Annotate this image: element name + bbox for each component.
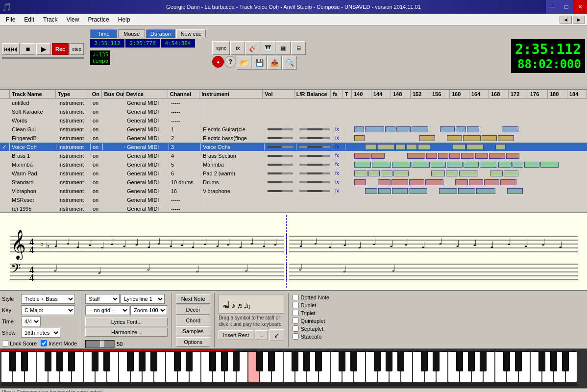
black-key[interactable] [268,351,275,371]
export-button[interactable]: 📤 [267,56,282,70]
black-key[interactable] [127,351,134,371]
black-key[interactable] [480,351,487,371]
piano-roll-button[interactable]: ▦ [276,41,291,55]
black-key[interactable] [21,351,28,371]
black-key[interactable] [550,351,557,371]
note-sixteenth-symbol[interactable]: ♬ [237,301,243,310]
step-button[interactable]: step [70,43,84,55]
staccato-label[interactable]: Staccato [293,333,329,340]
grid-select[interactable]: -- no grid -- 1 bar 1/2 bar [85,305,129,315]
black-key[interactable] [256,351,263,371]
black-key[interactable] [374,351,381,371]
lock-score-label[interactable]: Lock Score [2,340,37,346]
black-key[interactable] [503,351,510,371]
record-button[interactable]: Rec [52,43,69,55]
midi-button[interactable]: 🎹 [261,41,275,55]
septuplet-checkbox[interactable] [293,325,299,332]
black-key[interactable] [421,351,428,371]
triplet-label[interactable]: Triplet [293,310,329,316]
new-cue-button[interactable]: New cue [176,29,206,38]
track-row[interactable]: untitled Instrument on General MIDI ----… [0,98,587,107]
next-note-button[interactable]: Next Note [176,294,210,304]
sync-button[interactable]: sync [212,41,230,55]
triplet-checkbox[interactable] [293,310,299,316]
lyrics-select[interactable]: Lyrics line 1 Lyrics line 2 [121,294,165,304]
track-row[interactable]: MSReset Instrument on General MIDI ----- [0,196,587,204]
duplet-checkbox[interactable] [293,302,299,308]
black-key[interactable] [292,351,298,371]
staccato-checkbox[interactable] [293,333,299,340]
fx-button[interactable]: fx [230,41,245,55]
black-key[interactable] [562,351,569,371]
track-row[interactable]: Vibraphon Instrument on General MIDI 16 … [0,187,587,196]
close-button[interactable]: ✕ [573,0,587,14]
instrument-button[interactable]: 🎸 [245,41,260,55]
search-button[interactable]: 🔍 [282,56,297,70]
volume-slider[interactable] [85,340,115,348]
note-quarter-symbol[interactable]: ♩ [226,299,230,310]
key-select[interactable]: C Major G Major F Major [21,305,75,315]
quintuplet-checkbox[interactable] [293,318,299,324]
black-key[interactable] [150,351,157,371]
track-row[interactable]: Brass 1 Instrument on General MIDI 4 Bra… [0,151,587,160]
track-row[interactable]: (c) 1995 Instrument on General MIDI ----… [0,204,587,213]
duration-tab[interactable]: Duration [146,29,175,38]
black-key[interactable] [397,351,404,371]
black-key[interactable] [68,351,75,371]
black-key[interactable] [221,351,228,371]
minimize-button[interactable]: — [546,0,560,14]
insert-mode-checkbox[interactable] [41,340,47,346]
arrow-button[interactable]: ↙ [269,329,284,341]
black-key[interactable] [515,351,522,371]
track-row[interactable]: Standard Instrument on General MIDI 10 d… [0,178,587,187]
lock-score-checkbox[interactable] [2,340,8,346]
black-key[interactable] [456,351,463,371]
decor-button[interactable]: Decor [176,305,210,315]
dotted-note-label[interactable]: Dotted Note [293,294,329,300]
black-key[interactable] [350,351,357,371]
play-button[interactable]: ▶ [36,43,51,55]
black-key[interactable] [186,351,193,371]
septuplet-label[interactable]: Septuplet [293,325,329,332]
nav-right-arrow[interactable]: ► [573,16,585,24]
staff-select[interactable]: Staff [85,294,120,304]
options-button[interactable]: Options [176,337,210,347]
duplet-label[interactable]: Duplet [293,302,329,308]
save-button[interactable]: 💾 [252,56,267,70]
time-tab[interactable]: Time [90,29,117,38]
rewind-button[interactable]: ⏮⏮ [2,43,20,55]
insert-rest-button[interactable]: Insert Rest [219,330,253,340]
menu-help[interactable]: Help [114,15,134,24]
menu-view[interactable]: View [63,15,83,24]
black-key[interactable] [103,351,110,371]
black-key[interactable] [209,351,216,371]
track-row[interactable]: Marimba Instrument on General MIDI 5 Mar… [0,160,587,169]
black-key[interactable] [468,351,475,371]
black-key[interactable] [315,351,322,371]
menu-track[interactable]: Track [39,15,62,24]
show-select[interactable]: 16th notes 8th notes quarter notes [21,328,60,338]
time-select[interactable]: 4/4 3/4 6/8 [21,317,41,326]
black-key[interactable] [303,351,310,371]
stop-button[interactable]: ■ [21,43,35,55]
black-key[interactable] [174,351,181,371]
track-row[interactable]: ✓ Voice Ooh Instrument on General MIDI 3… [0,143,587,151]
menu-file[interactable]: File [2,15,19,24]
menu-practice[interactable]: Practice [84,15,113,24]
nav-left-arrow[interactable]: ◄ [560,16,572,24]
black-key[interactable] [538,351,545,371]
record-circle[interactable]: ● [212,56,224,68]
track-row[interactable]: Soft Karaoke Instrument on General MIDI … [0,107,587,116]
mouse-tab[interactable]: Mouse [118,29,145,38]
note-eighth-symbol[interactable]: ♪ [231,301,235,310]
black-key[interactable] [56,351,63,371]
black-key[interactable] [233,351,240,371]
track-row[interactable]: Clean Gui Instrument on General MIDI 1 E… [0,125,587,134]
quintuplet-label[interactable]: Quintuplet [293,318,329,324]
dotted-note-checkbox[interactable] [293,294,299,300]
track-row[interactable]: Warm Pad Instrument on General MIDI 6 Pa… [0,169,587,178]
insert-mode-label[interactable]: Insert Mode [41,340,77,346]
black-key[interactable] [139,351,146,371]
black-key[interactable] [92,351,98,371]
black-key[interactable] [9,351,16,371]
